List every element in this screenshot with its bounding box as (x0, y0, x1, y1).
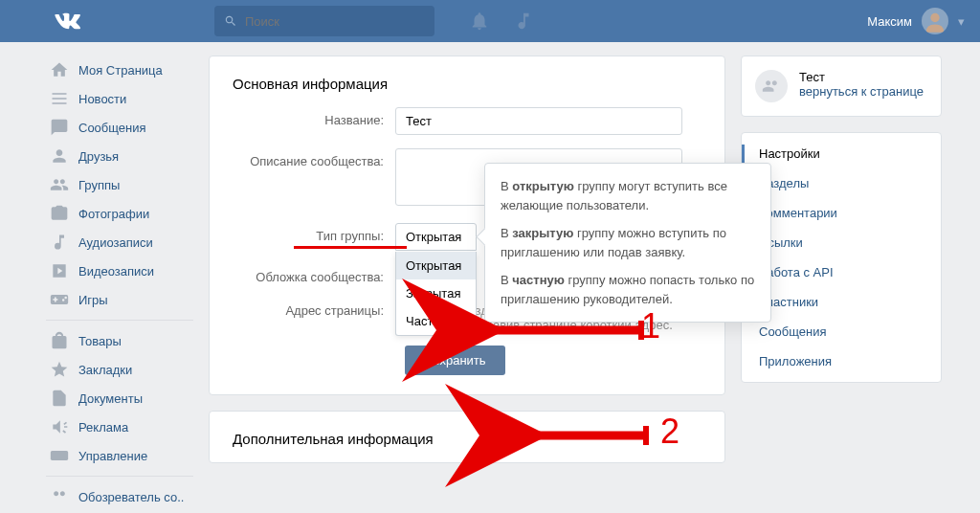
star-icon (50, 360, 69, 379)
avatar (922, 8, 948, 34)
group-avatar (755, 70, 788, 102)
market-icon (50, 331, 69, 350)
doc-icon (50, 389, 69, 408)
extra-title: Дополнительная информация (210, 412, 724, 462)
nav-video[interactable]: Видеозаписи (46, 256, 193, 285)
left-sidebar: Моя Страница Новости Сообщения Друзья Гр… (46, 56, 193, 513)
nav-news[interactable]: Новости (46, 84, 193, 113)
vk-logo-icon[interactable] (54, 8, 80, 34)
extra-info-panel: Дополнительная информация (209, 411, 725, 463)
message-icon (50, 118, 69, 137)
dropdown-option-closed[interactable]: Закрытая (396, 279, 476, 307)
nav-apps[interactable]: Приложения (742, 346, 941, 376)
group-name: Тест (799, 70, 924, 84)
groups-icon (50, 487, 69, 506)
panel-title: Основная информация (210, 56, 724, 107)
save-button[interactable]: Сохранить (405, 346, 505, 375)
nav-messages-setting[interactable]: Сообщения (742, 317, 941, 346)
chevron-down-icon: ▾ (958, 14, 965, 29)
camera-icon (50, 204, 69, 223)
nav-docs[interactable]: Документы (46, 384, 193, 413)
home-icon (50, 60, 69, 79)
nav-my-page[interactable]: Моя Страница (46, 56, 193, 84)
nav-games[interactable]: Игры (46, 285, 193, 314)
gamepad-icon (50, 290, 69, 309)
nav-messages[interactable]: Сообщения (46, 113, 193, 142)
nav-api[interactable]: Работа с API (742, 257, 941, 287)
top-header: Максим ▾ (0, 0, 980, 42)
type-tooltip: В открытую группу могут вступить все жел… (484, 163, 771, 323)
audio-icon (50, 233, 69, 252)
addr-label: Адрес страницы: (233, 298, 395, 318)
feed-icon (50, 89, 69, 108)
main-settings-panel: Основная информация Название: Описание с… (209, 56, 725, 395)
nav-friends[interactable]: Друзья (46, 142, 193, 170)
music-icon[interactable] (513, 11, 534, 32)
type-label: Тип группы: (233, 223, 395, 243)
nav-sections[interactable]: Разделы (742, 168, 941, 198)
desc-label: Описание сообщества: (233, 148, 395, 168)
group-type-dropdown[interactable]: Открытая Открытая Закрытая Частная В отк… (395, 223, 477, 251)
dropdown-list: Открытая Закрытая Частная (395, 252, 477, 336)
groups-icon (50, 175, 69, 194)
nav-manage[interactable]: Управление (46, 441, 193, 470)
ads-icon (50, 417, 69, 436)
nav-audio[interactable]: Аудиозаписи (46, 228, 193, 256)
gamepad-icon (50, 446, 69, 465)
group-name-input[interactable] (395, 107, 682, 135)
nav-photos[interactable]: Фотографии (46, 199, 193, 228)
nav-ads[interactable]: Реклама (46, 413, 193, 441)
search-input[interactable] (245, 14, 425, 29)
friends-icon (50, 146, 69, 166)
nav-comments[interactable]: Комментарии (742, 198, 941, 228)
dropdown-option-private[interactable]: Частная (396, 307, 476, 335)
bell-icon[interactable] (469, 11, 490, 32)
nav-bookmarks[interactable]: Закладки (46, 355, 193, 384)
name-label: Название: (233, 107, 395, 127)
dropdown-option-open[interactable]: Открытая (396, 252, 476, 279)
nav-settings[interactable]: Настройки (742, 139, 941, 168)
video-icon (50, 261, 69, 280)
username: Максим (867, 14, 912, 29)
user-menu[interactable]: Максим ▾ (867, 8, 965, 34)
nav-groups[interactable]: Группы (46, 170, 193, 199)
nav-market[interactable]: Товары (46, 326, 193, 355)
nav-members[interactable]: Участники (742, 287, 941, 317)
dropdown-selected: Открытая (406, 230, 461, 244)
search-icon (224, 14, 237, 28)
back-to-page-link[interactable]: вернуться к странице (799, 84, 924, 99)
group-header-box: Тест вернуться к странице (741, 56, 942, 117)
cover-label: Обложка сообщества: (233, 264, 395, 284)
search-box[interactable] (214, 6, 434, 36)
annotation-underline (294, 246, 407, 249)
nav-observer[interactable]: Обозреватель со.. (46, 482, 193, 511)
nav-links[interactable]: Ссылки (742, 228, 941, 257)
